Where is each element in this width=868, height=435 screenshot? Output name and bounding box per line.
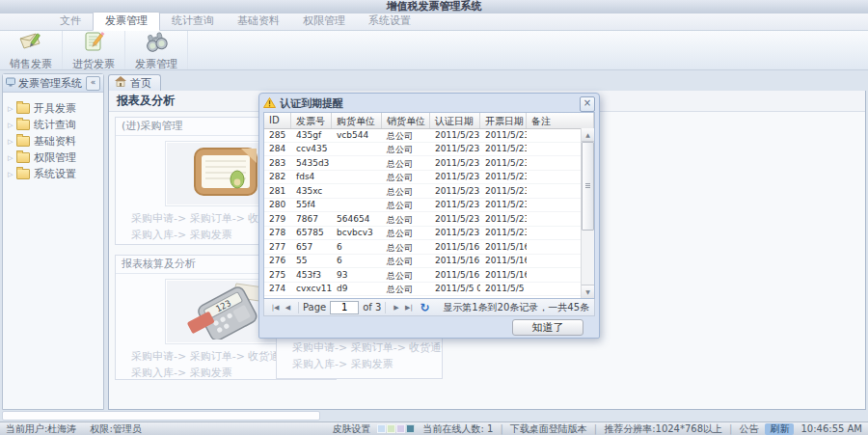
table-cell	[527, 184, 581, 198]
table-cell: 总公司	[382, 268, 430, 282]
table-cell: 2011/5/23 0...	[430, 227, 480, 240]
expand-arrow-icon[interactable]: ▷	[8, 105, 16, 113]
bottom-strip	[2, 411, 320, 421]
table-row[interactable]: 275453f393总公司2011/5/16 0...2011/5/16 0..…	[264, 268, 581, 283]
status-bar: 当前用户:杜海涛 权限:管理员 皮肤设置 当前在线人数: 1 | 下载桌面登陆版…	[0, 421, 868, 435]
sidebar-tree-item[interactable]: ▷系统设置	[8, 166, 103, 182]
ok-button[interactable]: 知道了	[512, 319, 583, 336]
table-cell: bcvbcv3	[332, 227, 382, 240]
column-header[interactable]: 购货单位	[332, 113, 382, 128]
table-cell: 453f3	[291, 268, 332, 282]
table-cell	[527, 212, 581, 226]
table-cell	[332, 184, 382, 198]
sidebar-tree-item[interactable]: ▷统计查询	[8, 117, 103, 133]
tree-item-label: 权限管理	[34, 150, 76, 165]
role-label: 权限:管理员	[90, 422, 141, 435]
notice-link[interactable]: 公告	[739, 422, 758, 435]
sidebar-title: 发票管理系统	[18, 76, 86, 91]
column-header[interactable]: ID	[264, 113, 291, 128]
skin-swatch[interactable]	[396, 424, 405, 433]
table-cell: 2011/5/23 0...	[480, 171, 527, 184]
table-cell: 2011/5/5 0:0...	[480, 296, 527, 298]
table-cell: 总公司	[382, 227, 430, 240]
sidebar-tree-item[interactable]: ▷开具发票	[8, 100, 103, 117]
expand-arrow-icon[interactable]: ▷	[8, 154, 16, 162]
table-cell: 55f4	[291, 199, 332, 212]
menu-item[interactable]: 权限管理	[291, 13, 357, 30]
column-header[interactable]: 销货单位	[382, 113, 430, 128]
expand-arrow-icon[interactable]: ▷	[8, 171, 16, 178]
download-link[interactable]: 下载桌面登陆版本	[510, 422, 587, 435]
sidebar-tree-item[interactable]: ▷基础资料	[8, 133, 103, 150]
home-icon	[115, 76, 126, 90]
skin-swatch[interactable]	[387, 424, 395, 433]
online-count-label: 当前在线人数: 1	[422, 422, 493, 435]
table-cell: 2011/5/5 0:0...	[430, 283, 480, 296]
menu-item[interactable]: 系统设置	[357, 13, 422, 30]
page-number-input[interactable]	[330, 301, 359, 314]
last-page-icon[interactable]: ▶|	[402, 301, 415, 314]
table-row[interactable]: 284ccv435总公司2011/5/23 0...2011/5/23 0...	[264, 143, 581, 157]
table-cell: 281	[264, 184, 291, 198]
tab-home[interactable]: 首页	[108, 74, 161, 91]
menu-item[interactable]: 统计查询	[160, 13, 226, 30]
column-header[interactable]: 发票号	[291, 113, 332, 128]
table-cell: 2011/5/23 0...	[480, 212, 527, 226]
refresh-button[interactable]: 刷新	[765, 423, 794, 435]
column-header[interactable]: 备注	[527, 113, 594, 128]
table-cell: 2011/5/23 0...	[480, 128, 527, 142]
table-cell: 435gf	[291, 128, 332, 142]
prev-page-icon[interactable]: ◀	[282, 301, 294, 314]
skin-swatch[interactable]	[406, 424, 415, 433]
sales-invoice-button[interactable]: 销售发票	[0, 31, 63, 69]
menu-item[interactable]: 发票管理	[93, 12, 160, 31]
table-cell	[332, 156, 382, 170]
table-row[interactable]: 2797867564654总公司2011/5/23 0...2011/5/23 …	[264, 212, 581, 227]
sidebar-collapse-button[interactable]: «	[86, 76, 100, 91]
next-page-icon[interactable]: ▶	[390, 301, 402, 314]
scroll-down-icon[interactable]: ▼	[582, 285, 594, 298]
menu-item[interactable]: 文件	[48, 13, 93, 30]
table-scrollbar[interactable]: ▲ ▼	[581, 128, 594, 298]
table-row[interactable]: 282fds4总公司2011/5/23 0...2011/5/23 0...	[264, 171, 581, 185]
skin-swatch[interactable]	[377, 424, 386, 433]
table-row[interactable]: 27865785bcvbcv3总公司2011/5/23 0...2011/5/2…	[264, 227, 581, 241]
skin-swatches	[377, 424, 416, 433]
table-cell: 657	[291, 240, 332, 254]
column-header[interactable]: 开票日期	[480, 113, 527, 128]
first-page-icon[interactable]: |◀	[269, 301, 282, 314]
dialog-title: 认证到期提醒	[280, 96, 580, 111]
table-cell: 272	[264, 296, 291, 298]
menu-item[interactable]: 基础资料	[226, 13, 291, 30]
table-cell: 2011/5/23 0...	[480, 227, 527, 240]
table-cell: 2011/5/16 0...	[430, 240, 480, 254]
table-cell: 7867	[291, 212, 332, 226]
table-cell: 2011/5/23 0...	[430, 156, 480, 170]
purchase-invoice-icon	[81, 30, 106, 56]
column-header[interactable]: 认证日期	[430, 113, 480, 128]
table-cell	[527, 128, 581, 142]
purchase-invoice-button[interactable]: 进货发票	[63, 31, 125, 69]
table-row[interactable]: 274cvxcv111f...d9总公司2011/5/5 0:0...2011/…	[264, 283, 581, 297]
table-row[interactable]: 281435xc总公司2011/5/23 0...2011/5/23 0...	[264, 184, 581, 199]
folder-icon	[16, 169, 30, 179]
panel-second-flow-line1: 采购申请-> 采购订单-> 收货通知单	[292, 340, 443, 356]
expand-arrow-icon[interactable]: ▷	[8, 138, 16, 146]
invoice-manage-button[interactable]: 发票管理	[125, 31, 188, 69]
clock-label: 10:46:55 AM	[800, 423, 862, 434]
table-row[interactable]: 285435gfvcb544总公司2011/5/23 0...2011/5/23…	[264, 128, 581, 143]
table-row[interactable]: 28055f4总公司2011/5/23 0...2011/5/23 0...	[264, 199, 581, 213]
table-cell: 2011/5/23 0...	[480, 143, 527, 156]
table-cell: 564654	[332, 212, 382, 226]
sidebar-tree-item[interactable]: ▷权限管理	[8, 150, 103, 166]
scroll-thumb[interactable]	[582, 142, 594, 231]
refresh-icon[interactable]: ↻	[420, 301, 429, 314]
table-row[interactable]: 276556总公司2011/5/16 0...2011/5/16 0...	[264, 255, 581, 269]
table-row[interactable]: 272cvxcv1d9总公司2011/5/5 0:0...2011/5/5 0:…	[264, 296, 581, 298]
close-icon[interactable]: ×	[580, 96, 595, 112]
scroll-up-icon[interactable]: ▲	[582, 128, 594, 142]
table-row[interactable]: 2776576总公司2011/5/16 0...2011/5/16 0...	[264, 240, 581, 255]
table-row[interactable]: 2835435d3总公司2011/5/23 0...2011/5/23 0...	[264, 156, 581, 171]
expand-arrow-icon[interactable]: ▷	[8, 122, 16, 129]
certification-reminder-dialog: 认证到期提醒 × ID发票号购货单位销货单位认证日期开票日期备注 285435g…	[258, 93, 600, 339]
